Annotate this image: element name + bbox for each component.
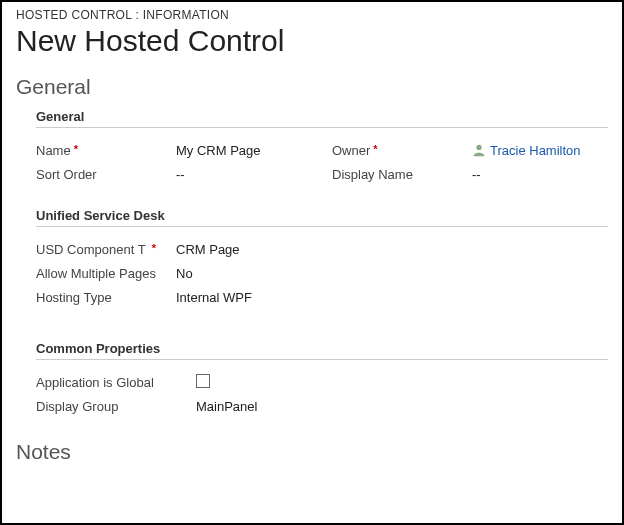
breadcrumb: HOSTED CONTROL : INFORMATION xyxy=(16,8,608,22)
display-name-label: Display Name xyxy=(332,167,413,182)
display-group-field[interactable]: MainPanel xyxy=(196,399,257,414)
app-is-global-label: Application is Global xyxy=(36,375,154,390)
owner-label: Owner xyxy=(332,143,370,158)
allow-multiple-label: Allow Multiple Pages xyxy=(36,266,156,281)
required-star-icon: * xyxy=(74,143,78,155)
section-notes-title: Notes xyxy=(16,440,608,464)
usd-component-type-field[interactable]: CRM Page xyxy=(176,242,240,257)
section-general-title: General xyxy=(16,75,608,99)
sort-order-field[interactable]: -- xyxy=(176,167,185,182)
name-field[interactable]: My CRM Page xyxy=(176,143,261,158)
hosting-type-label: Hosting Type xyxy=(36,290,112,305)
required-star-icon: * xyxy=(373,143,377,155)
required-star-icon: * xyxy=(149,242,156,254)
usd-component-type-label: USD Component T xyxy=(36,242,146,257)
display-group-label: Display Group xyxy=(36,399,118,414)
hosting-type-field[interactable]: Internal WPF xyxy=(176,290,252,305)
page-title: New Hosted Control xyxy=(16,24,608,57)
sort-order-label: Sort Order xyxy=(36,167,97,182)
allow-multiple-field[interactable]: No xyxy=(176,266,193,281)
group-general-heading: General xyxy=(36,109,608,128)
owner-field[interactable]: Tracie Hamilton xyxy=(472,143,581,158)
user-icon xyxy=(472,143,486,157)
app-is-global-checkbox[interactable] xyxy=(196,374,210,388)
owner-value: Tracie Hamilton xyxy=(490,143,581,158)
name-label: Name xyxy=(36,143,71,158)
display-name-field[interactable]: -- xyxy=(472,167,481,182)
group-common-heading: Common Properties xyxy=(36,341,608,360)
svg-point-0 xyxy=(476,145,481,150)
group-usd-heading: Unified Service Desk xyxy=(36,208,608,227)
